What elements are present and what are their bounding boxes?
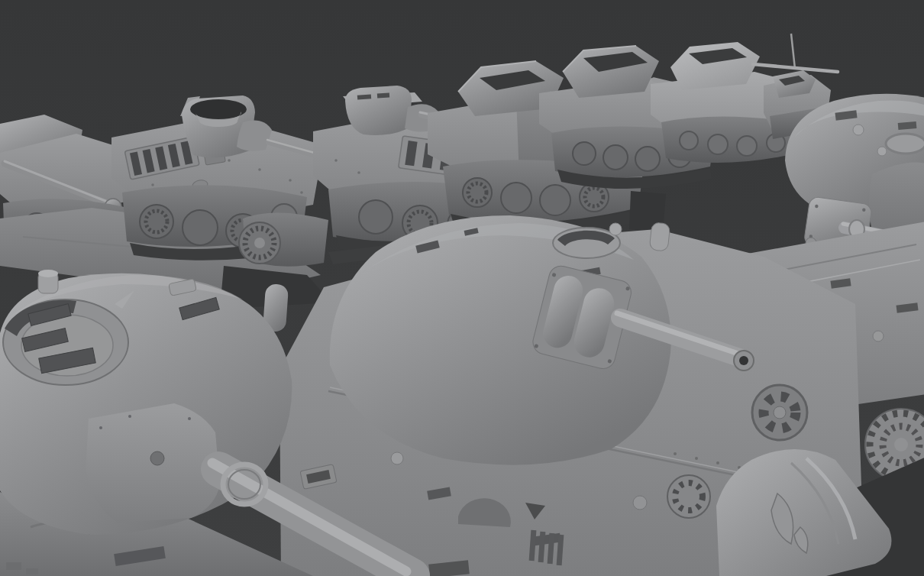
road-wheel	[603, 145, 628, 170]
deck-fitting	[6, 562, 21, 570]
road-wheel	[573, 142, 596, 165]
road-wheel	[359, 200, 393, 234]
road-wheel	[183, 210, 218, 245]
turret-bump	[609, 223, 622, 235]
lift-lug-top	[38, 270, 58, 277]
viewport-canvas	[0, 0, 924, 576]
deck-fitting	[26, 568, 38, 574]
turret-bump	[877, 147, 887, 156]
mg-port	[150, 451, 164, 465]
3d-viewport[interactable]	[0, 0, 924, 576]
road-wheel	[501, 183, 531, 213]
wheel-hub	[774, 406, 786, 419]
turret-opening	[190, 99, 247, 119]
sprocket-hub	[894, 438, 908, 451]
bolt	[188, 417, 191, 420]
pipe-stub	[649, 222, 670, 251]
road-wheel	[635, 147, 660, 171]
turret-slot	[357, 94, 371, 99]
sprocket-hub	[254, 238, 265, 248]
drum-turret	[345, 86, 412, 135]
turret-slot	[377, 92, 389, 98]
bolt	[128, 415, 131, 418]
gun-bore	[739, 356, 748, 365]
road-wheel	[708, 134, 728, 154]
turret-bump	[853, 125, 864, 135]
bolt	[99, 426, 102, 429]
gun-sleeve	[237, 121, 272, 151]
hull-bump	[873, 331, 884, 341]
hatch-ring	[886, 134, 924, 154]
road-wheel	[680, 131, 698, 150]
road-wheel	[737, 136, 757, 156]
road-wheel	[540, 185, 570, 215]
